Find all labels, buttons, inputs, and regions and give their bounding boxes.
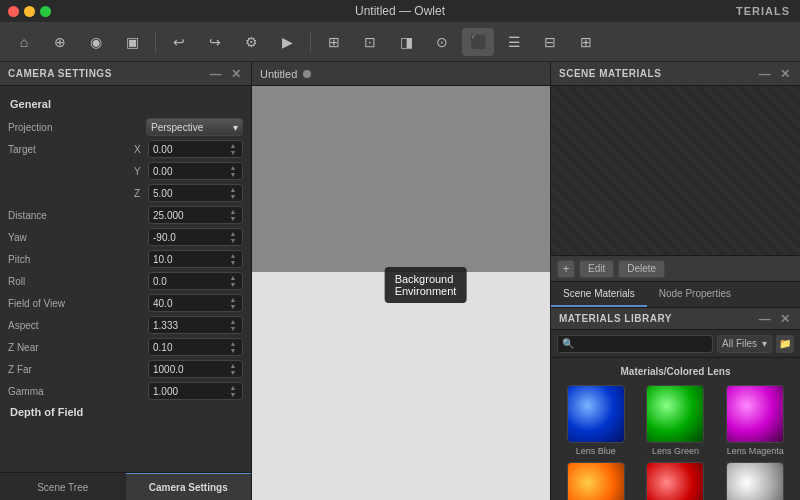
viewport-canvas[interactable]: Background Environment: [252, 86, 550, 500]
target-y-up[interactable]: ▲: [228, 164, 238, 171]
pitch-input[interactable]: 10.0 ▲ ▼: [148, 250, 243, 268]
aspect-up[interactable]: ▲: [228, 318, 238, 325]
toolbar-add[interactable]: ⊕: [44, 28, 76, 56]
yaw-input[interactable]: -90.0 ▲ ▼: [148, 228, 243, 246]
toolbar-btn8[interactable]: ⊙: [426, 28, 458, 56]
panel-minimize-icon[interactable]: —: [209, 67, 223, 81]
yaw-up[interactable]: ▲: [228, 230, 238, 237]
scene-tree-tab[interactable]: Scene Tree: [0, 473, 126, 500]
lens-silver-thumb[interactable]: [726, 462, 784, 500]
lens-red-thumb[interactable]: [646, 462, 704, 500]
delete-material-button[interactable]: Delete: [618, 260, 665, 278]
znear-input[interactable]: 0.10 ▲ ▼: [148, 338, 243, 356]
target-z-input[interactable]: 5.00 ▲ ▼: [148, 184, 243, 202]
pitch-stepper[interactable]: ▲ ▼: [228, 252, 238, 266]
roll-up[interactable]: ▲: [228, 274, 238, 281]
scene-materials-tab[interactable]: Scene Materials: [551, 282, 647, 307]
edit-material-button[interactable]: Edit: [579, 260, 614, 278]
zfar-stepper[interactable]: ▲ ▼: [228, 362, 238, 376]
zfar-down[interactable]: ▼: [228, 369, 238, 376]
roll-down[interactable]: ▼: [228, 281, 238, 288]
fov-input[interactable]: 40.0 ▲ ▼: [148, 294, 243, 312]
target-x-stepper[interactable]: ▲ ▼: [228, 142, 238, 156]
toolbar-home[interactable]: ⌂: [8, 28, 40, 56]
toolbar-play[interactable]: ▶: [271, 28, 303, 56]
lib-minimize-icon[interactable]: —: [758, 312, 772, 326]
yaw-down[interactable]: ▼: [228, 237, 238, 244]
lens-magenta-thumb[interactable]: [726, 385, 784, 443]
toolbar-btn5[interactable]: ⊞: [318, 28, 350, 56]
gamma-stepper[interactable]: ▲ ▼: [228, 384, 238, 398]
aspect-stepper[interactable]: ▲ ▼: [228, 318, 238, 332]
gamma-up[interactable]: ▲: [228, 384, 238, 391]
minimize-button[interactable]: [24, 6, 35, 17]
y-axis-label: Y: [134, 166, 144, 177]
target-x-input[interactable]: 0.00 ▲ ▼: [148, 140, 243, 158]
list-item[interactable]: Lens Red: [639, 462, 713, 500]
maximize-button[interactable]: [40, 6, 51, 17]
toolbar-btn6[interactable]: ⊡: [354, 28, 386, 56]
znear-down[interactable]: ▼: [228, 347, 238, 354]
lib-search-input[interactable]: [557, 335, 713, 353]
node-properties-tab[interactable]: Node Properties: [647, 282, 743, 307]
toolbar-settings[interactable]: ⚙: [235, 28, 267, 56]
list-item[interactable]: Lens Magenta: [718, 385, 792, 456]
aspect-input[interactable]: 1.333 ▲ ▼: [148, 316, 243, 334]
target-y-input[interactable]: 0.00 ▲ ▼: [148, 162, 243, 180]
materials-library-title: MATERIALS LIBRARY: [559, 313, 672, 324]
sm-close-icon[interactable]: ✕: [778, 67, 792, 81]
list-item[interactable]: Lens Silver: [718, 462, 792, 500]
toolbar-btn7[interactable]: ◨: [390, 28, 422, 56]
roll-input[interactable]: 0.0 ▲ ▼: [148, 272, 243, 290]
znear-up[interactable]: ▲: [228, 340, 238, 347]
projection-dropdown[interactable]: Perspective ▾: [146, 118, 243, 136]
fov-down[interactable]: ▼: [228, 303, 238, 310]
roll-stepper[interactable]: ▲ ▼: [228, 274, 238, 288]
list-item[interactable]: Lens Green: [639, 385, 713, 456]
pitch-up[interactable]: ▲: [228, 252, 238, 259]
zfar-up[interactable]: ▲: [228, 362, 238, 369]
toolbar-redo[interactable]: ↪: [199, 28, 231, 56]
lib-filter-dropdown[interactable]: All Files ▾: [717, 335, 772, 353]
pitch-down[interactable]: ▼: [228, 259, 238, 266]
target-y-down[interactable]: ▼: [228, 171, 238, 178]
camera-settings-tab[interactable]: Camera Settings: [126, 473, 252, 500]
toolbar-btn10[interactable]: ☰: [498, 28, 530, 56]
gamma-down[interactable]: ▼: [228, 391, 238, 398]
toolbar-camera[interactable]: ◉: [80, 28, 112, 56]
toolbar-undo[interactable]: ↩: [163, 28, 195, 56]
toolbar-btn9[interactable]: ⬛: [462, 28, 494, 56]
lens-green-thumb[interactable]: [646, 385, 704, 443]
distance-down[interactable]: ▼: [228, 215, 238, 222]
znear-stepper[interactable]: ▲ ▼: [228, 340, 238, 354]
list-item[interactable]: Lens Blue: [559, 385, 633, 456]
lib-folder-button[interactable]: 📁: [776, 335, 794, 353]
target-x-up[interactable]: ▲: [228, 142, 238, 149]
panel-close-icon[interactable]: ✕: [229, 67, 243, 81]
yaw-stepper[interactable]: ▲ ▼: [228, 230, 238, 244]
target-z-down[interactable]: ▼: [228, 193, 238, 200]
sm-minimize-icon[interactable]: —: [758, 67, 772, 81]
lens-blue-thumb[interactable]: [567, 385, 625, 443]
distance-up[interactable]: ▲: [228, 208, 238, 215]
add-material-button[interactable]: +: [557, 260, 575, 278]
target-z-stepper[interactable]: ▲ ▼: [228, 186, 238, 200]
fov-stepper[interactable]: ▲ ▼: [228, 296, 238, 310]
lens-orange-thumb[interactable]: [567, 462, 625, 500]
distance-stepper[interactable]: ▲ ▼: [228, 208, 238, 222]
target-x-down[interactable]: ▼: [228, 149, 238, 156]
lib-close-icon[interactable]: ✕: [778, 312, 792, 326]
target-z-up[interactable]: ▲: [228, 186, 238, 193]
fov-up[interactable]: ▲: [228, 296, 238, 303]
toolbar-grid[interactable]: ▣: [116, 28, 148, 56]
toolbar-btn11[interactable]: ⊟: [534, 28, 566, 56]
target-y-stepper[interactable]: ▲ ▼: [228, 164, 238, 178]
aspect-down[interactable]: ▼: [228, 325, 238, 332]
zfar-input[interactable]: 1000.0 ▲ ▼: [148, 360, 243, 378]
list-item[interactable]: Lens Orange: [559, 462, 633, 500]
close-button[interactable]: [8, 6, 19, 17]
distance-input[interactable]: 25.000 ▲ ▼: [148, 206, 243, 224]
gamma-input[interactable]: 1.000 ▲ ▼: [148, 382, 243, 400]
fov-value: 40.0: [153, 298, 226, 309]
toolbar-btn12[interactable]: ⊞: [570, 28, 602, 56]
